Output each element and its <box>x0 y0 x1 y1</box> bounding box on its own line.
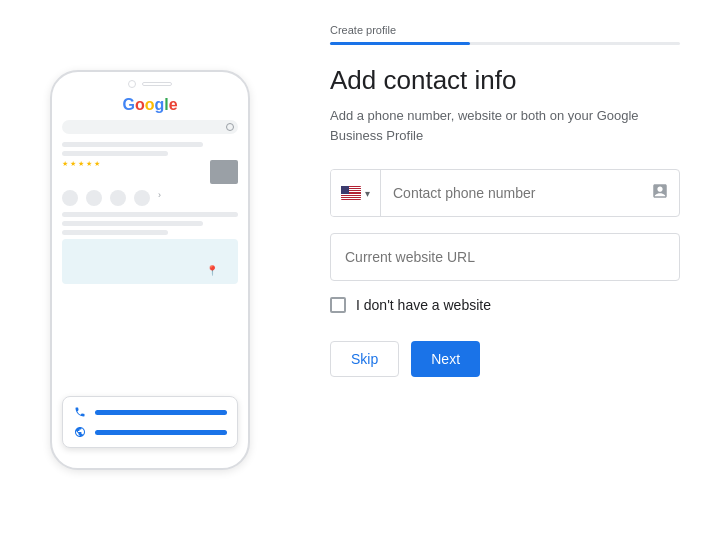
star-icon: ★ <box>70 160 76 168</box>
chevron-right-icon: › <box>158 190 161 206</box>
star-icon: ★ <box>86 160 92 168</box>
google-logo: Google <box>62 96 238 114</box>
phone-search-bar <box>62 120 238 134</box>
phone-store-icon <box>210 160 238 184</box>
form-title: Add contact info <box>330 65 680 96</box>
phone-content-line <box>62 151 168 156</box>
phone-mockup: Google ★ ★ ★ ★ ★ <box>50 70 250 470</box>
phone-card-line <box>95 410 227 415</box>
map-pin-icon: 📍 <box>206 265 218 276</box>
phone-icon <box>73 405 87 419</box>
phone-input-icon <box>641 182 679 204</box>
phone-action-icons: › <box>62 190 238 206</box>
checkbox-row: I don't have a website <box>330 297 680 313</box>
website-url-input[interactable] <box>345 249 665 265</box>
phone-bottom-card <box>62 396 238 448</box>
step-label: Create profile <box>330 24 680 36</box>
phone-action-circle <box>110 190 126 206</box>
star-icon: ★ <box>94 160 100 168</box>
checkbox-label: I don't have a website <box>356 297 491 313</box>
phone-card-row-phone <box>73 405 227 419</box>
no-website-checkbox[interactable] <box>330 297 346 313</box>
phone-content-line <box>62 230 168 235</box>
progress-bar-track <box>330 42 680 45</box>
phone-top-bar <box>52 72 248 92</box>
phone-content-line <box>62 221 203 226</box>
flag-us-icon <box>341 186 361 200</box>
left-panel: Google ★ ★ ★ ★ ★ <box>0 0 300 540</box>
phone-map-area: 📍 <box>62 239 238 284</box>
phone-number-input[interactable] <box>381 185 641 201</box>
form-subtitle: Add a phone number, website or both on y… <box>330 106 680 145</box>
progress-section: Create profile <box>330 24 680 45</box>
phone-content-line <box>62 212 238 217</box>
phone-card-row-globe <box>73 425 227 439</box>
phone-stars-row: ★ ★ ★ ★ ★ <box>62 160 238 184</box>
phone-action-circle <box>134 190 150 206</box>
globe-card-line <box>95 430 227 435</box>
buttons-row: Skip Next <box>330 341 680 377</box>
globe-icon <box>73 425 87 439</box>
phone-content: Google ★ ★ ★ ★ ★ <box>52 92 248 292</box>
star-icon: ★ <box>78 160 84 168</box>
url-input-wrapper <box>330 233 680 281</box>
phone-search-icon <box>226 123 234 131</box>
phone-stars: ★ ★ ★ ★ ★ <box>62 160 100 168</box>
chevron-down-icon: ▾ <box>365 188 370 199</box>
phone-action-circle <box>62 190 78 206</box>
right-panel: Create profile Add contact info Add a ph… <box>300 0 720 540</box>
star-icon: ★ <box>62 160 68 168</box>
phone-speaker <box>142 82 172 86</box>
phone-camera <box>128 80 136 88</box>
progress-bar-fill <box>330 42 470 45</box>
phone-content-line <box>62 142 203 147</box>
phone-input-row: ▾ <box>330 169 680 217</box>
next-button[interactable]: Next <box>411 341 480 377</box>
phone-action-circle <box>86 190 102 206</box>
country-selector[interactable]: ▾ <box>331 170 381 216</box>
skip-button[interactable]: Skip <box>330 341 399 377</box>
